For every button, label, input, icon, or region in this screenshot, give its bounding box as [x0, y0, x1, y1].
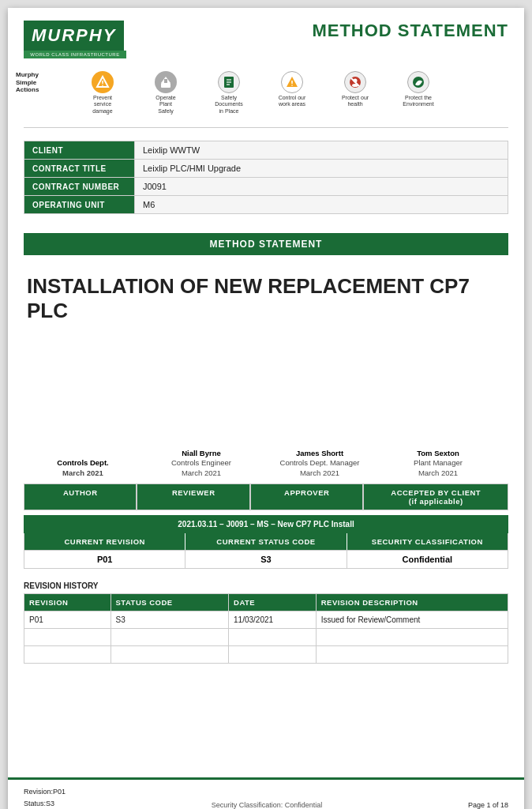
signatures-area: Controls Dept. March 2021 Niall Byrne Co… [8, 446, 524, 510]
revision-history-row [24, 628, 508, 645]
info-table-row: CONTRACT NUMBER J0091 [24, 178, 508, 196]
rev-cell-description [316, 645, 508, 663]
info-value: J0091 [135, 178, 508, 196]
info-label: CONTRACT TITLE [24, 160, 135, 178]
rev-col-date: DATE [229, 593, 317, 611]
revision-history-title: REVISION HISTORY [24, 581, 508, 590]
footer-security: Security Classification: Confidential [212, 801, 323, 809]
svg-rect-3 [161, 83, 170, 88]
sig-date-1: March 2021 [147, 468, 256, 477]
header-divider [24, 127, 508, 128]
control-work-areas-icon: Control ourwork areas [260, 71, 324, 108]
info-label: OPERATING UNIT [24, 196, 135, 214]
sig-date-3: March 2021 [384, 468, 493, 477]
document-title: METHOD STATEMENT [126, 21, 508, 41]
revision-history-table: REVISION STATUS CODE DATE REVISION DESCR… [24, 593, 508, 664]
sig-name-2: James Shortt [265, 449, 374, 457]
info-value: M6 [135, 196, 508, 214]
footer-revision: Revision:P01 [24, 786, 66, 797]
rev-cell-description: Issued for Review/Comment [316, 611, 508, 628]
sig-col-2: James Shortt Controls Dept. Manager Marc… [260, 446, 379, 480]
rev-cell-description [316, 628, 508, 645]
rev-cell-revision: P01 [24, 611, 111, 628]
sig-role-2: Controls Dept. Manager [265, 458, 374, 467]
svg-point-15 [354, 79, 358, 83]
rev-cell-date: 11/03/2021 [229, 611, 317, 628]
footer-status: Status:S3 [24, 798, 66, 809]
sig-name-3: Tom Sexton [384, 449, 493, 457]
sig-header-approver: APPROVER [250, 484, 363, 510]
rss-header-security: SECURITY CLASSIFICATION [347, 533, 508, 550]
rev-cell-status [111, 628, 229, 645]
revision-history-row [24, 645, 508, 663]
rss-header-revision: CURRENT REVISION [24, 533, 185, 550]
icons-row: Murphy Simple Actions Preventservicedama… [8, 66, 524, 122]
rss-header: CURRENT REVISION CURRENT STATUS CODE SEC… [24, 533, 508, 551]
info-label: CONTRACT NUMBER [24, 178, 135, 196]
info-label: CLIENT [24, 141, 135, 160]
logo-text: MURPHY [32, 25, 116, 45]
signatures-top-row: Controls Dept. March 2021 Niall Byrne Co… [24, 446, 508, 480]
rss-header-status: CURRENT STATUS CODE [185, 533, 347, 550]
sig-header-author: AUTHOR [24, 484, 137, 510]
logo-tagline: WORLD CLASS INFRASTRUCTURE [24, 51, 126, 58]
revision-history: REVISION HISTORY REVISION STATUS CODE DA… [24, 581, 508, 664]
murphy-logo: MURPHY [24, 21, 124, 51]
rss-values: P01 S3 Confidential [24, 551, 508, 569]
dept-date: March 2021 [28, 468, 137, 477]
protect-health-icon: Protect ourhealth [324, 71, 387, 108]
document-page: MURPHY WORLD CLASS INFRASTRUCTURE METHOD… [8, 8, 524, 809]
svg-point-2 [102, 85, 103, 86]
info-table: CLIENT Leixlip WWTW CONTRACT TITLE Leixl… [24, 141, 508, 214]
safety-documents-icon: SafetyDocumentsin Place [197, 71, 260, 115]
section-bar: METHOD STATEMENT [24, 233, 508, 255]
rss-val-revision: P01 [24, 551, 185, 568]
rev-cell-status: S3 [111, 611, 229, 628]
rev-cell-revision [24, 628, 111, 645]
info-table-row: OPERATING UNIT M6 [24, 196, 508, 214]
rev-cell-date [229, 628, 317, 645]
sig-date-2: March 2021 [265, 468, 374, 477]
svg-point-12 [291, 85, 293, 86]
protect-environment-icon: Protect theEnvironment [387, 71, 450, 108]
sig-col-3: Tom Sexton Plant Manager March 2021 [379, 446, 497, 480]
info-value: Leixlip WWTW [135, 141, 508, 160]
info-value: Leixlip PLC/HMI Upgrade [135, 160, 508, 178]
svg-point-16 [352, 84, 358, 87]
prevent-service-damage-icon: Preventservicedamage [71, 71, 134, 115]
sig-name-1: Niall Byrne [147, 449, 256, 457]
footer-page: Page 1 of 18 [468, 801, 508, 809]
sig-header-reviewer: REVIEWER [137, 484, 249, 510]
revision-history-row: P01 S3 11/03/2021 Issued for Review/Comm… [24, 611, 508, 628]
rev-cell-date [229, 645, 317, 663]
sig-col-1: Niall Byrne Controls Engineer March 2021 [142, 446, 260, 480]
rev-col-status: STATUS CODE [111, 593, 229, 611]
svg-rect-5 [164, 79, 167, 83]
sig-role-1: Controls Engineer [147, 458, 256, 467]
rss-val-status: S3 [185, 551, 347, 568]
signatures-headers: AUTHOR REVIEWER APPROVER ACCEPTED BY CLI… [24, 484, 508, 510]
doc-ref-bar: 2021.03.11 – J0091 – MS – New CP7 PLC In… [24, 515, 508, 533]
sig-header-accepted: ACCEPTED BY CLIENT(if applicable) [363, 484, 508, 510]
document-title-area: METHOD STATEMENT [126, 21, 508, 41]
footer: Revision:P01 Status:S3 Security Classifi… [8, 777, 524, 809]
rev-col-description: REVISION DESCRIPTION [316, 593, 508, 611]
rev-cell-revision [24, 645, 111, 663]
murphy-simple-actions: Murphy Simple Actions [16, 71, 71, 94]
dept-label: Controls Dept. [28, 458, 137, 467]
info-table-row: CLIENT Leixlip WWTW [24, 141, 508, 160]
rev-col-revision: REVISION [24, 593, 111, 611]
rss-val-security: Confidential [347, 551, 508, 568]
operate-plant-safely-icon: OperatePlantSafely [134, 71, 197, 115]
logo-area: MURPHY WORLD CLASS INFRASTRUCTURE [24, 21, 126, 58]
footer-left: Revision:P01 Status:S3 [24, 786, 66, 809]
info-table-row: CONTRACT TITLE Leixlip PLC/HMI Upgrade [24, 160, 508, 178]
rev-cell-status [111, 645, 229, 663]
sig-role-3: Plant Manager [384, 458, 493, 467]
main-document-title: INSTALLATION OF NEW REPLACEMENT CP7 PLC [8, 255, 524, 331]
header: MURPHY WORLD CLASS INFRASTRUCTURE METHOD… [8, 8, 524, 66]
